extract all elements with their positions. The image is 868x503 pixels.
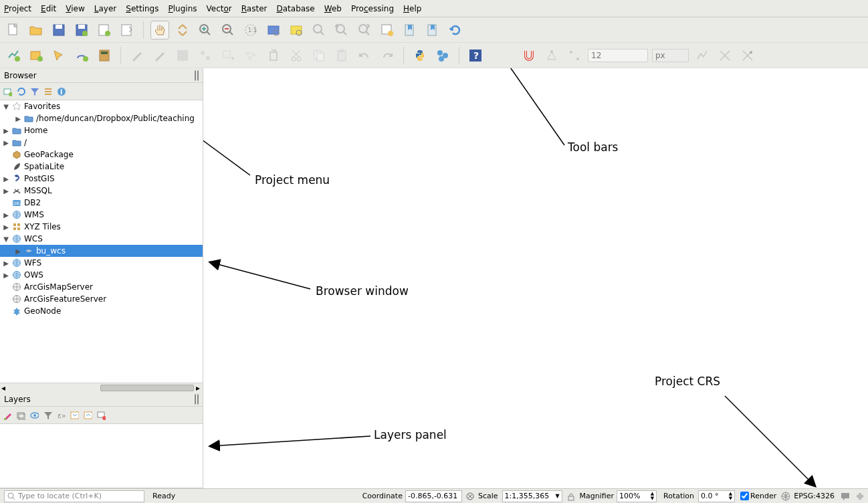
- pan-button[interactable]: [150, 21, 169, 39]
- properties-icon[interactable]: i: [56, 87, 66, 96]
- collapse-icon[interactable]: [43, 87, 52, 96]
- crs-value[interactable]: EPSG:4326: [794, 492, 835, 500]
- menu-processing[interactable]: Processing: [351, 4, 394, 13]
- tree-item[interactable]: ▶Home: [0, 124, 203, 136]
- new-project-button[interactable]: [4, 21, 23, 39]
- lock-scale-icon[interactable]: [566, 492, 576, 501]
- add-feature-button[interactable]: [196, 46, 215, 65]
- new-memory-button[interactable]: [72, 46, 91, 65]
- zoom-last-button[interactable]: [332, 21, 351, 39]
- visibility-icon[interactable]: [29, 411, 39, 420]
- add-layer-icon[interactable]: [3, 87, 12, 96]
- render-checkbox[interactable]: [740, 492, 749, 500]
- save-as-button[interactable]: [72, 21, 91, 39]
- tree-item[interactable]: ▼Favorites: [0, 100, 203, 112]
- move-feature-button[interactable]: +: [219, 46, 237, 65]
- crs-icon[interactable]: [780, 492, 790, 501]
- map-canvas[interactable]: Project menu Tool bars Browser window La…: [203, 68, 868, 488]
- zoom-to-selection-button[interactable]: [287, 21, 306, 39]
- locator-input[interactable]: Type to locate (Ctrl+K): [4, 490, 144, 502]
- tree-item[interactable]: SpatiaLite: [0, 161, 203, 173]
- python-console-button[interactable]: [411, 46, 429, 65]
- new-virtual-button[interactable]: [49, 46, 68, 65]
- pan-to-selection-button[interactable]: [173, 21, 192, 39]
- browser-close-button[interactable]: [197, 70, 199, 81]
- snap-vertex-button[interactable]: [542, 46, 561, 65]
- tree-item[interactable]: ▶PostGIS: [0, 173, 203, 185]
- tree-item[interactable]: ▶/home/duncan/Dropbox/Public/teaching: [0, 112, 203, 124]
- node-tool-button[interactable]: [241, 46, 260, 65]
- filter-legend-icon[interactable]: [43, 411, 52, 420]
- tree-item[interactable]: ▶bu_wcs: [0, 245, 203, 257]
- save-edits-button[interactable]: [173, 46, 192, 65]
- browser-scrollbar[interactable]: ◂▸: [0, 383, 203, 392]
- print-layout-button[interactable]: [95, 21, 114, 39]
- menu-plugins[interactable]: Plugins: [169, 4, 197, 13]
- add-vector-button[interactable]: [4, 46, 23, 65]
- snapping-button[interactable]: [520, 46, 538, 65]
- menu-edit[interactable]: Edit: [41, 4, 56, 13]
- tree-item[interactable]: ▶WMS: [0, 209, 203, 221]
- tree-item[interactable]: ▶XYZ Tiles: [0, 221, 203, 233]
- tree-item[interactable]: ▶MSSQL: [0, 185, 203, 197]
- browser-tree[interactable]: ▼Favorites▶/home/duncan/Dropbox/Public/t…: [0, 100, 203, 383]
- layers-close-button[interactable]: [197, 394, 199, 405]
- menu-settings[interactable]: Settings: [126, 4, 158, 13]
- layers-panel-body[interactable]: [0, 424, 203, 488]
- filter-icon[interactable]: [29, 87, 39, 96]
- redo-button[interactable]: [378, 46, 397, 65]
- scale-input[interactable]: 1:1,355,365▼: [502, 490, 562, 502]
- toggle-edit-button[interactable]: [150, 46, 169, 65]
- cut-button[interactable]: [287, 46, 306, 65]
- tree-item[interactable]: ArcGisMapServer: [0, 281, 203, 293]
- edits-button[interactable]: [128, 46, 146, 65]
- topo-edit-button[interactable]: [693, 46, 712, 65]
- tree-item[interactable]: DB2DB2: [0, 197, 203, 209]
- copy-button[interactable]: [310, 46, 328, 65]
- menu-project[interactable]: Project: [4, 4, 31, 13]
- layers-undock-button[interactable]: [195, 394, 196, 405]
- zoom-in-button[interactable]: [196, 21, 215, 39]
- help-button[interactable]: ?: [466, 46, 485, 65]
- menu-web[interactable]: Web: [324, 4, 342, 13]
- collapse-all-icon[interactable]: [83, 411, 92, 420]
- menu-help[interactable]: Help: [403, 4, 421, 13]
- zoom-native-button[interactable]: 1:1: [241, 21, 260, 39]
- zoom-next-button[interactable]: [355, 21, 374, 39]
- zoom-out-button[interactable]: [219, 21, 237, 39]
- delete-button[interactable]: [264, 46, 283, 65]
- new-layer-button[interactable]: [27, 46, 45, 65]
- menu-view[interactable]: View: [66, 4, 84, 13]
- plugins-icon[interactable]: [855, 492, 864, 501]
- tree-item[interactable]: GeoNode: [0, 305, 203, 317]
- coord-input[interactable]: -0.865,-0.631: [405, 490, 462, 502]
- browser-undock-button[interactable]: [195, 70, 196, 81]
- processing-button[interactable]: [433, 46, 452, 65]
- rotation-input[interactable]: 0.0 °▲▼: [698, 490, 735, 502]
- tree-item[interactable]: ▶/: [0, 136, 203, 148]
- self-snap-button[interactable]: ▾: [738, 46, 757, 65]
- style-icon[interactable]: [3, 411, 12, 420]
- tree-item[interactable]: ▶WFS: [0, 257, 203, 269]
- tolerance-unit[interactable]: px: [652, 49, 689, 62]
- tree-item[interactable]: ▼WCS: [0, 233, 203, 245]
- expression-icon[interactable]: ε»: [56, 411, 66, 420]
- tree-item[interactable]: ArcGisFeatureServer: [0, 293, 203, 305]
- menu-raster[interactable]: Raster: [241, 4, 267, 13]
- menu-database[interactable]: Database: [276, 4, 314, 13]
- zoom-full-button[interactable]: [264, 21, 283, 39]
- menu-layer[interactable]: Layer: [94, 4, 116, 13]
- snap-segment-button[interactable]: [565, 46, 584, 65]
- tree-item[interactable]: GeoPackage: [0, 148, 203, 161]
- tolerance-input[interactable]: 12: [588, 49, 648, 62]
- show-bookmarks-button[interactable]: [423, 21, 442, 39]
- save-project-button[interactable]: [49, 21, 68, 39]
- new-map-view-button[interactable]: [378, 21, 397, 39]
- remove-layer-icon[interactable]: [96, 411, 106, 420]
- tree-item[interactable]: ▶OWS: [0, 269, 203, 281]
- undo-button[interactable]: [355, 46, 374, 65]
- layout-manager-button[interactable]: [118, 21, 136, 39]
- menu-vector[interactable]: Vector: [207, 4, 232, 13]
- refresh-button[interactable]: [446, 21, 465, 39]
- new-bookmark-button[interactable]: [401, 21, 419, 39]
